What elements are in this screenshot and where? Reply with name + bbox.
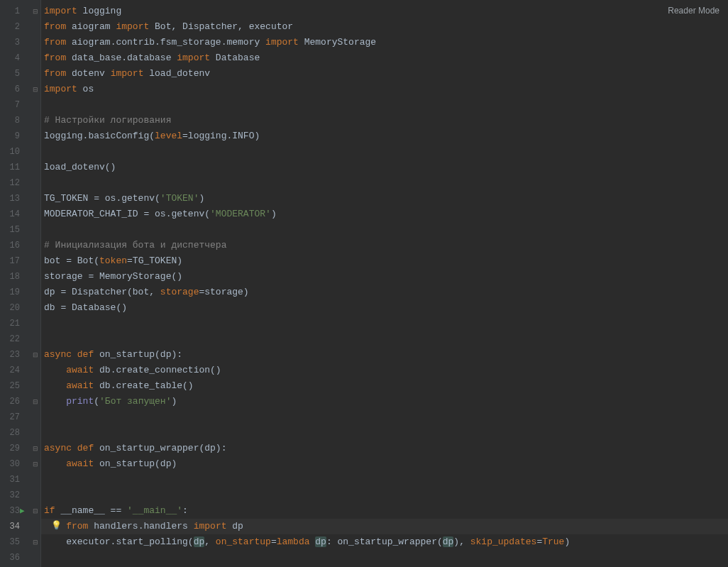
code-line[interactable]: await db.create_table() (41, 378, 728, 394)
fold-marker[interactable]: ⊟ (30, 503, 40, 519)
line-number: 2 (0, 19, 30, 35)
code-line[interactable] (41, 144, 728, 160)
run-gutter-icon[interactable]: ▶ (20, 506, 25, 515)
code-line[interactable]: storage = MemoryStorage() (41, 269, 728, 285)
fold-marker[interactable]: ⊟ (30, 456, 40, 472)
line-number: 14 (0, 207, 30, 222)
line-number: 7 (0, 97, 30, 113)
line-number-gutter: 1234567891011121314151617181920212223242… (0, 0, 30, 567)
line-number: 13 (0, 191, 30, 207)
code-line[interactable]: import os (41, 82, 728, 97)
code-line[interactable]: dp = Dispatcher(bot, storage=storage) (41, 285, 728, 300)
line-number: 4 (0, 50, 30, 66)
code-line[interactable] (41, 550, 728, 566)
code-line[interactable]: MODERATOR_CHAT_ID = os.getenv('MODERATOR… (41, 207, 728, 222)
fold-marker (30, 425, 40, 441)
code-editor[interactable]: 1234567891011121314151617181920212223242… (0, 0, 728, 567)
fold-marker (30, 472, 40, 488)
fold-marker (30, 97, 40, 113)
line-number: 31 (0, 472, 30, 488)
code-line[interactable] (41, 472, 728, 488)
fold-marker (30, 300, 40, 316)
line-number: 8 (0, 113, 30, 128)
fold-marker (30, 285, 40, 300)
code-line[interactable]: executor.start_polling(dp, on_startup=la… (41, 534, 728, 550)
fold-marker (30, 66, 40, 82)
code-line[interactable] (41, 316, 728, 331)
code-line[interactable] (41, 175, 728, 191)
code-line[interactable] (41, 409, 728, 425)
line-number: 5 (0, 66, 30, 82)
line-number: 11 (0, 160, 30, 175)
line-number: 9 (0, 128, 30, 144)
line-number: 22 (0, 331, 30, 347)
fold-marker (30, 160, 40, 175)
code-line[interactable] (41, 425, 728, 441)
code-line[interactable] (41, 222, 728, 238)
code-line[interactable]: # Инициализация бота и диспетчера (41, 238, 728, 253)
line-number: 12 (0, 175, 30, 191)
code-line[interactable]: logging.basicConfig(level=logging.INFO) (41, 128, 728, 144)
code-line[interactable]: async def on_startup(dp): (41, 347, 728, 363)
code-line[interactable]: from aiogram import Bot, Dispatcher, exe… (41, 19, 728, 35)
fold-marker (30, 316, 40, 331)
code-line[interactable]: # Настройки логирования (41, 113, 728, 128)
line-number: 32 (0, 488, 30, 503)
fold-marker (30, 363, 40, 378)
fold-gutter[interactable]: ⊟⊟⊟⊟⊟⊟⊟⊟ (30, 0, 41, 567)
code-line[interactable]: if __name__ == '__main__': (41, 503, 728, 519)
intention-bulb-icon[interactable]: 💡 (51, 520, 62, 531)
code-line[interactable]: print('Бот запущен') (41, 394, 728, 409)
code-line[interactable]: load_dotenv() (41, 160, 728, 175)
code-line[interactable]: from data_base.database import Database (41, 50, 728, 66)
line-number: 19 (0, 285, 30, 300)
code-line[interactable] (41, 97, 728, 113)
line-number: 17 (0, 253, 30, 269)
fold-marker (30, 238, 40, 253)
line-number: 26 (0, 394, 30, 409)
line-number: 33 (0, 503, 30, 519)
line-number: 27 (0, 409, 30, 425)
fold-marker[interactable]: ⊟ (30, 441, 40, 456)
line-number: 1 (0, 4, 30, 19)
code-line[interactable]: from handlers.handlers import dp (41, 519, 728, 534)
fold-marker (30, 378, 40, 394)
line-number: 30 (0, 456, 30, 472)
line-number: 34 (0, 519, 30, 534)
line-number: 16 (0, 238, 30, 253)
code-line[interactable]: TG_TOKEN = os.getenv('TOKEN') (41, 191, 728, 207)
fold-marker (30, 175, 40, 191)
code-line[interactable]: await db.create_connection() (41, 363, 728, 378)
fold-marker[interactable]: ⊟ (30, 394, 40, 409)
line-number: 3 (0, 35, 30, 50)
code-line[interactable]: db = Database() (41, 300, 728, 316)
line-number: 10 (0, 144, 30, 160)
code-line[interactable]: from dotenv import load_dotenv (41, 66, 728, 82)
fold-marker (30, 331, 40, 347)
reader-mode-label[interactable]: Reader Mode (668, 6, 719, 16)
code-line[interactable]: import logging (41, 4, 728, 19)
fold-marker (30, 488, 40, 503)
code-line[interactable] (41, 488, 728, 503)
line-number: 36 (0, 550, 30, 566)
code-line[interactable]: await on_startup(dp) (41, 456, 728, 472)
fold-marker (30, 253, 40, 269)
code-line[interactable] (41, 331, 728, 347)
fold-marker[interactable]: ⊟ (30, 82, 40, 97)
fold-marker (30, 269, 40, 285)
line-number: 21 (0, 316, 30, 331)
line-number: 29 (0, 441, 30, 456)
line-number: 6 (0, 82, 30, 97)
fold-marker[interactable]: ⊟ (30, 4, 40, 19)
code-line[interactable]: bot = Bot(token=TG_TOKEN) (41, 253, 728, 269)
fold-marker (30, 222, 40, 238)
line-number: 20 (0, 300, 30, 316)
line-number: 15 (0, 222, 30, 238)
fold-marker[interactable]: ⊟ (30, 347, 40, 363)
fold-marker (30, 35, 40, 50)
line-number: 18 (0, 269, 30, 285)
code-line[interactable]: async def on_startup_wrapper(dp): (41, 441, 728, 456)
fold-marker[interactable]: ⊟ (30, 534, 40, 550)
code-line[interactable]: from aiogram.contrib.fsm_storage.memory … (41, 35, 728, 50)
code-area[interactable]: import loggingfrom aiogram import Bot, D… (41, 0, 728, 567)
